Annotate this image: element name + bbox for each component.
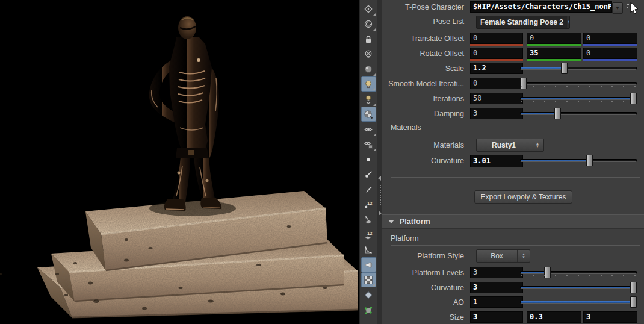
point-trail-icon[interactable] [361,167,376,182]
point-numbers-icon[interactable]: 12 [361,197,376,212]
pose-list-dropdown[interactable]: Female Standing Pose 2 ▲▼ [476,16,570,29]
size-z-field[interactable]: 3 [583,311,637,323]
iterations-slider[interactable] [520,93,637,104]
prim-normals-icon[interactable] [361,212,376,227]
platform-subsection-label: Platform [391,234,419,243]
platform-section-header[interactable]: Platform [382,214,644,229]
size-label: Size [450,311,464,323]
submenu-corner-icon [373,13,376,16]
rotate-offset-label: Rotate Offset [420,48,464,60]
rotate-z-field[interactable]: 0 [583,48,637,61]
curvature-label: Curvature [431,155,464,167]
smooth-iterations-slider[interactable] [520,78,637,89]
smooth-iterations-label: Smooth Model Iterati... [388,78,464,90]
platform-levels-field[interactable]: 3 [470,267,523,278]
platform-curvature-field[interactable]: 3 [470,282,523,293]
tpose-label: T-Pose Character [405,1,464,13]
group-display-icon[interactable] [361,302,376,317]
ao-label: AO [453,296,464,308]
pen-icon[interactable] [361,182,376,197]
x-axis-bar [470,59,523,61]
spinner-icon[interactable]: ▲▼ [517,250,530,262]
material-shading-icon[interactable] [361,107,376,122]
lighting-off-icon[interactable] [361,46,376,61]
submenu-corner-icon [373,28,376,31]
scale-field[interactable]: 1.2 [470,63,523,74]
translate-y-field[interactable]: 0 [527,33,581,46]
curvature-slider[interactable] [520,155,637,166]
platform-curvature-label: Curvature [431,282,464,294]
slider-handle[interactable] [630,282,637,293]
texture-checker-icon[interactable] [361,272,376,287]
export-lowpoly-button[interactable]: Export Lowpoly & Textures [474,190,572,204]
platform-levels-label: Platform Levels [412,267,464,279]
submenu-corner-icon [373,73,376,76]
slider-handle[interactable] [520,78,527,89]
high-quality-lighting-icon[interactable] [361,92,376,107]
tpose-character-field[interactable]: $HIP/Assets/Characters/Ch15_nonP [470,1,612,13]
slider-handle[interactable] [630,93,637,104]
collapse-left-icon[interactable] [378,176,381,181]
translate-x-field[interactable]: 0 [470,33,523,46]
slider-handle[interactable] [586,155,593,166]
tpose-menu-button[interactable]: ▼ [612,2,623,14]
snapping-icon[interactable] [361,16,376,31]
spinner-icon[interactable]: ▲▼ [567,16,570,28]
y-axis-bar [527,59,581,61]
y-axis-bar [527,44,581,46]
translate-offset-label: Translate Offset [411,33,464,45]
rotate-y-field[interactable]: 35 [527,48,581,61]
ao-field[interactable]: 1 [470,296,523,308]
platform-style-label: Platform Style [417,249,464,263]
collapse-triangle-icon[interactable] [388,220,394,223]
lock-icon[interactable] [361,31,376,46]
platform-curvature-slider[interactable] [520,282,637,293]
damping-field[interactable]: 3 [470,108,523,119]
svg-text:12: 12 [367,231,372,236]
normal-lighting-icon[interactable] [361,76,376,92]
smooth-iterations-field[interactable]: 0 [470,78,523,89]
damping-slider[interactable] [520,108,637,119]
submenu-corner-icon [373,104,376,106]
size-x-field[interactable]: 3 [470,311,523,323]
prim-numbers-icon[interactable]: 12 [361,227,376,242]
curvature-field[interactable]: 3.01 [470,155,523,167]
translate-z-field[interactable]: 0 [583,33,637,46]
separator [391,134,640,134]
viewport[interactable] [0,0,359,324]
slider-handle[interactable] [554,108,561,119]
rotate-x-field[interactable]: 0 [470,48,523,61]
profile-curve-icon[interactable] [361,242,376,257]
z-axis-bar [583,59,637,61]
houdini-window: 1212 T-Pose Character $HIP/Assets/Charac… [0,0,644,324]
normal-cone-icon[interactable] [361,257,376,272]
slider-handle[interactable] [630,296,637,308]
svg-text:12: 12 [367,201,372,206]
slider-handle[interactable] [544,267,551,278]
spinner-icon[interactable]: ▲▼ [531,139,543,151]
visibility-icon[interactable] [361,122,376,137]
viewport-render [0,0,359,324]
iterations-field[interactable]: 50 [470,93,523,104]
mouse-cursor-icon [625,1,640,16]
display-options-toolbar: 1212 [359,0,377,324]
platform-levels-slider[interactable] [520,267,637,278]
separator [391,177,640,178]
size-y-field[interactable]: 0.3 [527,311,581,323]
view-plane-icon[interactable] [361,1,376,16]
scale-slider[interactable] [520,63,637,74]
platform-style-dropdown[interactable]: Box ▲▼ [476,249,530,263]
slider-handle[interactable] [561,63,568,74]
headlight-icon[interactable] [361,61,376,76]
scale-label: Scale [445,63,464,75]
material-visibility-icon[interactable] [361,137,376,152]
materials-dropdown[interactable]: Rusty1 ▲▼ [476,139,544,152]
hull-display-icon[interactable] [361,287,376,302]
submenu-corner-icon [373,134,376,136]
ao-slider[interactable] [520,296,637,308]
submenu-corner-icon [373,88,375,90]
point-display-icon[interactable] [361,152,376,167]
pose-list-label: Pose List [433,16,464,28]
materials-label: Materials [433,139,464,152]
x-axis-bar [470,44,523,46]
